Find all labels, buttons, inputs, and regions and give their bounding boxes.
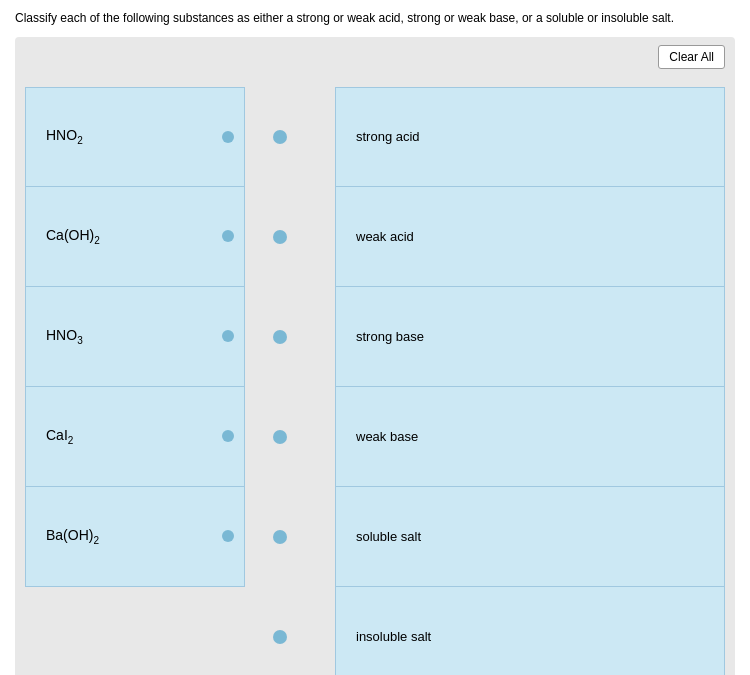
- category-label-weak-base: weak base: [356, 429, 418, 444]
- connector-slot-insoluble-salt: [235, 587, 325, 675]
- substance-card-hno3[interactable]: HNO3: [25, 287, 245, 387]
- connector-slot-weak-base: [235, 387, 325, 487]
- category-card-insoluble-salt[interactable]: insoluble salt: [335, 587, 725, 675]
- connector-slot-strong-acid: [235, 87, 325, 187]
- substance-label-hno2: HNO2: [46, 127, 83, 146]
- category-label-insoluble-salt: insoluble salt: [356, 629, 431, 644]
- category-label-soluble-salt: soluble salt: [356, 529, 421, 544]
- drag-handle-caoh2: [222, 230, 234, 242]
- clear-btn-area: Clear All: [658, 45, 725, 69]
- connector-dot-soluble-salt[interactable]: [273, 530, 287, 544]
- category-card-weak-base[interactable]: weak base: [335, 387, 725, 487]
- substance-card-baoh2[interactable]: Ba(OH)2: [25, 487, 245, 587]
- category-label-strong-base: strong base: [356, 329, 424, 344]
- drag-handle-hno3: [222, 330, 234, 342]
- substance-card-caoh2[interactable]: Ca(OH)2: [25, 187, 245, 287]
- connector-slot-strong-base: [235, 287, 325, 387]
- drag-handle-cai2: [222, 430, 234, 442]
- category-card-strong-base[interactable]: strong base: [335, 287, 725, 387]
- page: Classify each of the following substance…: [0, 0, 750, 675]
- drag-handle-hno2: [222, 131, 234, 143]
- connector-dot-strong-base[interactable]: [273, 330, 287, 344]
- connector-dot-weak-acid[interactable]: [273, 230, 287, 244]
- connector-dot-strong-acid[interactable]: [273, 130, 287, 144]
- substance-card-cai2[interactable]: CaI2: [25, 387, 245, 487]
- category-label-strong-acid: strong acid: [356, 129, 420, 144]
- substance-card-hno2[interactable]: HNO2: [25, 87, 245, 187]
- connector-area: [235, 47, 325, 675]
- category-label-weak-acid: weak acid: [356, 229, 414, 244]
- instruction-text: Classify each of the following substance…: [15, 10, 735, 27]
- drag-handle-baoh2: [222, 530, 234, 542]
- connector-slot-weak-acid: [235, 187, 325, 287]
- category-card-weak-acid[interactable]: weak acid: [335, 187, 725, 287]
- right-column: strong acidweak acidstrong baseweak base…: [335, 47, 725, 675]
- category-card-strong-acid[interactable]: strong acid: [335, 87, 725, 187]
- substance-label-baoh2: Ba(OH)2: [46, 527, 99, 546]
- main-area: Clear All HNO2Ca(OH)2HNO3CaI2Ba(OH)2 str…: [15, 37, 735, 675]
- left-column: HNO2Ca(OH)2HNO3CaI2Ba(OH)2: [25, 47, 245, 675]
- substance-label-caoh2: Ca(OH)2: [46, 227, 100, 246]
- connector-slot-soluble-salt: [235, 487, 325, 587]
- connector-dot-insoluble-salt[interactable]: [273, 630, 287, 644]
- substance-label-cai2: CaI2: [46, 427, 73, 446]
- connector-dot-weak-base[interactable]: [273, 430, 287, 444]
- substance-label-hno3: HNO3: [46, 327, 83, 346]
- category-card-soluble-salt[interactable]: soluble salt: [335, 487, 725, 587]
- clear-all-button[interactable]: Clear All: [658, 45, 725, 69]
